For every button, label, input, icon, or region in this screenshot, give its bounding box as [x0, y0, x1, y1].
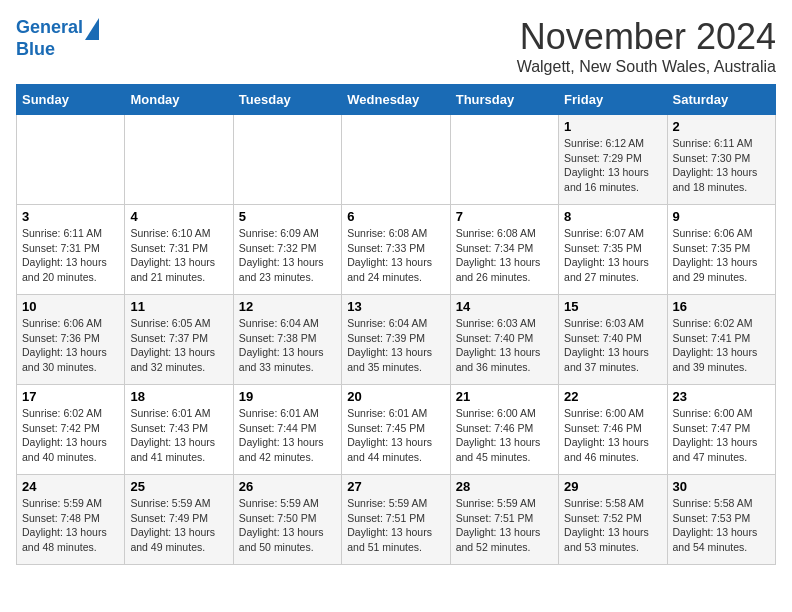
calendar-cell [342, 115, 450, 205]
day-info: Sunrise: 6:05 AM Sunset: 7:37 PM Dayligh… [130, 316, 227, 375]
day-number: 5 [239, 209, 336, 224]
weekday-header-row: SundayMondayTuesdayWednesdayThursdayFrid… [17, 85, 776, 115]
day-number: 15 [564, 299, 661, 314]
day-info: Sunrise: 5:59 AM Sunset: 7:50 PM Dayligh… [239, 496, 336, 555]
day-number: 6 [347, 209, 444, 224]
day-info: Sunrise: 6:02 AM Sunset: 7:42 PM Dayligh… [22, 406, 119, 465]
calendar-cell [450, 115, 558, 205]
calendar-cell: 7Sunrise: 6:08 AM Sunset: 7:34 PM Daylig… [450, 205, 558, 295]
calendar-cell: 19Sunrise: 6:01 AM Sunset: 7:44 PM Dayli… [233, 385, 341, 475]
calendar-cell: 9Sunrise: 6:06 AM Sunset: 7:35 PM Daylig… [667, 205, 775, 295]
day-number: 25 [130, 479, 227, 494]
calendar-cell: 3Sunrise: 6:11 AM Sunset: 7:31 PM Daylig… [17, 205, 125, 295]
day-number: 4 [130, 209, 227, 224]
day-info: Sunrise: 5:59 AM Sunset: 7:51 PM Dayligh… [347, 496, 444, 555]
weekday-header-tuesday: Tuesday [233, 85, 341, 115]
day-number: 21 [456, 389, 553, 404]
day-info: Sunrise: 6:06 AM Sunset: 7:36 PM Dayligh… [22, 316, 119, 375]
day-number: 14 [456, 299, 553, 314]
calendar-cell: 10Sunrise: 6:06 AM Sunset: 7:36 PM Dayli… [17, 295, 125, 385]
day-number: 1 [564, 119, 661, 134]
day-number: 7 [456, 209, 553, 224]
day-number: 20 [347, 389, 444, 404]
day-number: 27 [347, 479, 444, 494]
calendar-cell: 8Sunrise: 6:07 AM Sunset: 7:35 PM Daylig… [559, 205, 667, 295]
day-info: Sunrise: 5:59 AM Sunset: 7:49 PM Dayligh… [130, 496, 227, 555]
day-number: 17 [22, 389, 119, 404]
calendar-cell: 23Sunrise: 6:00 AM Sunset: 7:47 PM Dayli… [667, 385, 775, 475]
calendar-cell: 14Sunrise: 6:03 AM Sunset: 7:40 PM Dayli… [450, 295, 558, 385]
calendar-cell: 30Sunrise: 5:58 AM Sunset: 7:53 PM Dayli… [667, 475, 775, 565]
calendar-cell: 24Sunrise: 5:59 AM Sunset: 7:48 PM Dayli… [17, 475, 125, 565]
day-info: Sunrise: 5:58 AM Sunset: 7:52 PM Dayligh… [564, 496, 661, 555]
day-info: Sunrise: 6:12 AM Sunset: 7:29 PM Dayligh… [564, 136, 661, 195]
calendar-cell: 1Sunrise: 6:12 AM Sunset: 7:29 PM Daylig… [559, 115, 667, 205]
calendar-cell: 2Sunrise: 6:11 AM Sunset: 7:30 PM Daylig… [667, 115, 775, 205]
day-number: 8 [564, 209, 661, 224]
month-title: November 2024 [517, 16, 776, 58]
calendar-cell: 21Sunrise: 6:00 AM Sunset: 7:46 PM Dayli… [450, 385, 558, 475]
day-info: Sunrise: 6:06 AM Sunset: 7:35 PM Dayligh… [673, 226, 770, 285]
week-row-4: 17Sunrise: 6:02 AM Sunset: 7:42 PM Dayli… [17, 385, 776, 475]
day-info: Sunrise: 5:58 AM Sunset: 7:53 PM Dayligh… [673, 496, 770, 555]
day-info: Sunrise: 6:03 AM Sunset: 7:40 PM Dayligh… [456, 316, 553, 375]
day-info: Sunrise: 6:07 AM Sunset: 7:35 PM Dayligh… [564, 226, 661, 285]
day-number: 2 [673, 119, 770, 134]
page-header: General Blue November 2024 Walgett, New … [16, 16, 776, 76]
location-subtitle: Walgett, New South Wales, Australia [517, 58, 776, 76]
calendar-cell: 26Sunrise: 5:59 AM Sunset: 7:50 PM Dayli… [233, 475, 341, 565]
day-info: Sunrise: 6:10 AM Sunset: 7:31 PM Dayligh… [130, 226, 227, 285]
day-info: Sunrise: 6:01 AM Sunset: 7:45 PM Dayligh… [347, 406, 444, 465]
day-info: Sunrise: 6:04 AM Sunset: 7:38 PM Dayligh… [239, 316, 336, 375]
day-number: 26 [239, 479, 336, 494]
title-block: November 2024 Walgett, New South Wales, … [517, 16, 776, 76]
calendar-cell: 22Sunrise: 6:00 AM Sunset: 7:46 PM Dayli… [559, 385, 667, 475]
day-number: 24 [22, 479, 119, 494]
day-info: Sunrise: 6:08 AM Sunset: 7:34 PM Dayligh… [456, 226, 553, 285]
day-number: 30 [673, 479, 770, 494]
calendar-cell [125, 115, 233, 205]
week-row-2: 3Sunrise: 6:11 AM Sunset: 7:31 PM Daylig… [17, 205, 776, 295]
logo-triangle-icon [85, 18, 99, 40]
week-row-3: 10Sunrise: 6:06 AM Sunset: 7:36 PM Dayli… [17, 295, 776, 385]
day-number: 22 [564, 389, 661, 404]
calendar-cell [233, 115, 341, 205]
calendar-cell: 4Sunrise: 6:10 AM Sunset: 7:31 PM Daylig… [125, 205, 233, 295]
weekday-header-monday: Monday [125, 85, 233, 115]
calendar-cell: 20Sunrise: 6:01 AM Sunset: 7:45 PM Dayli… [342, 385, 450, 475]
day-info: Sunrise: 6:08 AM Sunset: 7:33 PM Dayligh… [347, 226, 444, 285]
day-number: 18 [130, 389, 227, 404]
day-info: Sunrise: 6:00 AM Sunset: 7:46 PM Dayligh… [456, 406, 553, 465]
calendar-cell: 29Sunrise: 5:58 AM Sunset: 7:52 PM Dayli… [559, 475, 667, 565]
day-info: Sunrise: 6:01 AM Sunset: 7:44 PM Dayligh… [239, 406, 336, 465]
day-info: Sunrise: 6:02 AM Sunset: 7:41 PM Dayligh… [673, 316, 770, 375]
day-number: 23 [673, 389, 770, 404]
week-row-1: 1Sunrise: 6:12 AM Sunset: 7:29 PM Daylig… [17, 115, 776, 205]
day-info: Sunrise: 6:00 AM Sunset: 7:46 PM Dayligh… [564, 406, 661, 465]
day-number: 16 [673, 299, 770, 314]
weekday-header-saturday: Saturday [667, 85, 775, 115]
day-info: Sunrise: 6:11 AM Sunset: 7:31 PM Dayligh… [22, 226, 119, 285]
calendar-table: SundayMondayTuesdayWednesdayThursdayFrid… [16, 84, 776, 565]
calendar-cell: 28Sunrise: 5:59 AM Sunset: 7:51 PM Dayli… [450, 475, 558, 565]
day-number: 12 [239, 299, 336, 314]
calendar-cell: 25Sunrise: 5:59 AM Sunset: 7:49 PM Dayli… [125, 475, 233, 565]
calendar-cell: 15Sunrise: 6:03 AM Sunset: 7:40 PM Dayli… [559, 295, 667, 385]
weekday-header-sunday: Sunday [17, 85, 125, 115]
logo-text-general: General [16, 18, 83, 38]
calendar-cell: 27Sunrise: 5:59 AM Sunset: 7:51 PM Dayli… [342, 475, 450, 565]
day-info: Sunrise: 5:59 AM Sunset: 7:48 PM Dayligh… [22, 496, 119, 555]
day-number: 9 [673, 209, 770, 224]
calendar-cell [17, 115, 125, 205]
day-number: 13 [347, 299, 444, 314]
calendar-cell: 13Sunrise: 6:04 AM Sunset: 7:39 PM Dayli… [342, 295, 450, 385]
day-number: 19 [239, 389, 336, 404]
day-info: Sunrise: 5:59 AM Sunset: 7:51 PM Dayligh… [456, 496, 553, 555]
calendar-cell: 11Sunrise: 6:05 AM Sunset: 7:37 PM Dayli… [125, 295, 233, 385]
day-number: 29 [564, 479, 661, 494]
day-info: Sunrise: 6:01 AM Sunset: 7:43 PM Dayligh… [130, 406, 227, 465]
week-row-5: 24Sunrise: 5:59 AM Sunset: 7:48 PM Dayli… [17, 475, 776, 565]
logo: General Blue [16, 16, 99, 60]
day-info: Sunrise: 6:09 AM Sunset: 7:32 PM Dayligh… [239, 226, 336, 285]
day-number: 3 [22, 209, 119, 224]
